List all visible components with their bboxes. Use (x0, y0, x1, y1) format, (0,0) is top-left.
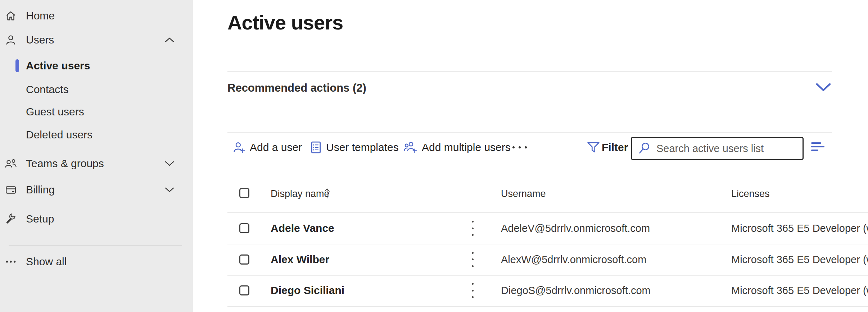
wrench-icon (2, 209, 19, 229)
chevron-up-icon[interactable] (164, 37, 175, 43)
column-header-username[interactable]: Username (501, 188, 546, 199)
chevron-down-icon[interactable] (164, 187, 175, 193)
sidebar-divider (9, 246, 182, 246)
select-all-checkbox[interactable] (239, 188, 249, 198)
user-display-name[interactable]: Diego Siciliani (271, 284, 344, 297)
row-actions-kebab-icon[interactable] (471, 221, 474, 236)
table-row: Alex Wilber AlexW@5drrlv.onmicrosoft.com… (227, 244, 868, 276)
sidebar-item-billing[interactable]: Billing (0, 180, 193, 200)
sidebar-item-label: Users (26, 30, 54, 50)
recommended-actions-expand-chevron-icon[interactable] (815, 83, 831, 92)
person-add-icon (232, 141, 246, 154)
ellipsis-icon (2, 252, 19, 272)
sort-lines-icon[interactable] (811, 142, 826, 152)
credit-card-icon (2, 180, 19, 200)
add-multiple-users-button[interactable]: Add multiple users (422, 141, 511, 154)
people-add-icon (403, 141, 418, 154)
page-title: Active users (227, 11, 343, 34)
search-box (631, 137, 804, 160)
user-display-name[interactable]: Alex Wilber (271, 253, 329, 266)
user-username: AdeleV@5drrlv.onmicrosoft.com (501, 222, 650, 234)
sidebar-item-active-users[interactable]: Active users (0, 56, 193, 76)
column-header-licenses[interactable]: Licenses (731, 188, 770, 199)
sidebar-item-label: Home (26, 6, 55, 26)
magnifier-icon (638, 142, 651, 155)
user-templates-button[interactable]: User templates (326, 141, 399, 154)
sidebar-nav: Home Users Active users Contacts Guest u (0, 0, 193, 312)
row-actions-kebab-icon[interactable] (471, 252, 474, 267)
table-row: Diego Siciliani DiegoS@5drrlv.onmicrosof… (227, 275, 868, 307)
sidebar-item-label: Deleted users (26, 125, 92, 145)
sidebar-item-label: Teams & groups (26, 153, 104, 174)
recommended-actions-header: Recommended actions (2) (227, 82, 366, 95)
sidebar-item-label: Billing (26, 180, 55, 200)
row-checkbox[interactable] (239, 254, 249, 265)
sidebar-item-teams-groups[interactable]: Teams & groups (0, 153, 193, 174)
admin-center-active-users-page: Home Users Active users Contacts Guest u (0, 0, 868, 312)
user-username: AlexW@5drrlv.onmicrosoft.com (501, 253, 646, 265)
user-username: DiegoS@5drrlv.onmicrosoft.com (501, 285, 651, 297)
sidebar-item-label: Setup (26, 209, 54, 229)
user-licenses: Microsoft 365 E5 Developer (withou (731, 253, 868, 265)
filter-button[interactable]: Filter (602, 141, 628, 154)
list-template-icon (309, 141, 322, 154)
sidebar-item-guest-users[interactable]: Guest users (0, 102, 193, 122)
row-actions-kebab-icon[interactable] (471, 283, 474, 298)
table-row: Adele Vance AdeleV@5drrlv.onmicrosoft.co… (227, 213, 868, 244)
sidebar-item-label: Active users (26, 56, 90, 76)
home-icon (2, 6, 19, 26)
sidebar-item-label: Contacts (26, 79, 68, 100)
chevron-down-icon[interactable] (164, 160, 175, 167)
people-icon (2, 153, 19, 174)
row-checkbox[interactable] (239, 285, 249, 295)
column-header-display-name[interactable]: Display name (271, 188, 330, 199)
toolbar-overflow-ellipsis-icon[interactable] (512, 145, 531, 150)
user-licenses: Microsoft 365 E5 Developer (withou (731, 222, 868, 234)
person-icon (2, 30, 19, 50)
sort-ascending-arrow-icon (324, 188, 330, 199)
sidebar-item-home[interactable]: Home (0, 6, 193, 26)
search-input[interactable] (656, 142, 790, 155)
row-checkbox[interactable] (239, 223, 249, 233)
user-licenses: Microsoft 365 E5 Developer (withou (731, 285, 868, 297)
user-display-name[interactable]: Adele Vance (271, 222, 334, 234)
divider (227, 71, 832, 72)
add-a-user-button[interactable]: Add a user (250, 141, 302, 154)
sidebar-item-deleted-users[interactable]: Deleted users (0, 125, 193, 145)
funnel-icon (587, 141, 600, 154)
sidebar-item-show-all[interactable]: Show all (0, 252, 193, 272)
sidebar-item-setup[interactable]: Setup (0, 209, 193, 229)
sidebar-item-contacts[interactable]: Contacts (0, 79, 193, 100)
divider (227, 132, 832, 133)
sidebar-item-users[interactable]: Users (0, 30, 193, 50)
sidebar-item-label: Guest users (26, 102, 84, 122)
sidebar-item-label: Show all (26, 252, 67, 272)
